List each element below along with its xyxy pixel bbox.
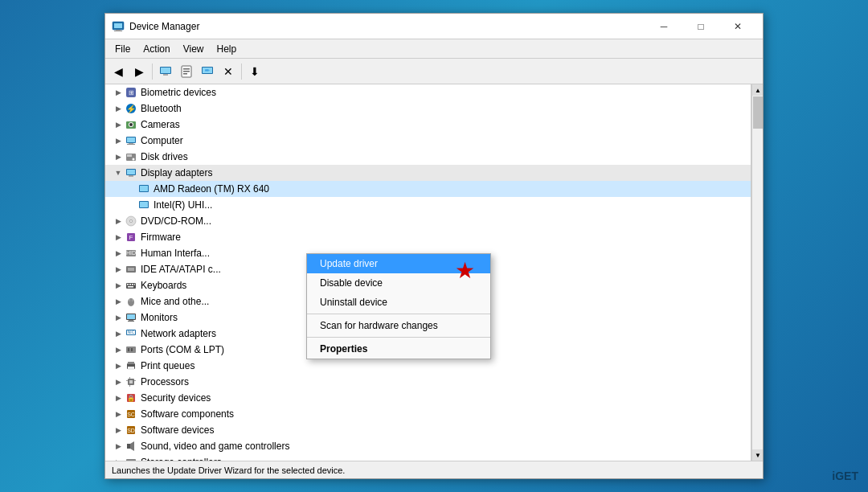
minimize-button[interactable]: ─ bbox=[645, 14, 682, 39]
expand-processors: ▶ bbox=[112, 375, 125, 388]
tree-item-disk[interactable]: ▶ Disk drives bbox=[105, 149, 751, 165]
watermark: iGET bbox=[832, 469, 858, 482]
context-menu: Update driver Disable device Uninstall d… bbox=[306, 253, 491, 359]
update-toolbar-btn[interactable]: ✏ bbox=[198, 62, 217, 81]
tree-item-software-dev[interactable]: ▶ SD Software devices bbox=[105, 422, 751, 438]
svg-rect-10 bbox=[183, 73, 187, 75]
scroll-down-arrow[interactable]: ▼ bbox=[752, 449, 763, 461]
svg-rect-43 bbox=[128, 268, 134, 271]
biometric-icon: ⊞ bbox=[125, 86, 137, 99]
svg-rect-48 bbox=[134, 284, 135, 285]
display-label: Display adapters bbox=[141, 167, 212, 178]
amd-icon bbox=[137, 182, 150, 195]
svg-rect-45 bbox=[127, 284, 129, 285]
close-button[interactable]: ✕ bbox=[719, 14, 756, 39]
tree-item-security[interactable]: ▶ 🔒 Security devices bbox=[105, 390, 751, 406]
tree-item-print[interactable]: ▶ Print queues bbox=[105, 358, 751, 374]
computer-label: Computer bbox=[141, 135, 183, 146]
ports-icon bbox=[125, 343, 137, 356]
svg-rect-55 bbox=[129, 320, 133, 321]
ctx-update-driver[interactable]: Update driver bbox=[307, 254, 490, 273]
expand-cameras: ▶ bbox=[112, 118, 125, 131]
remove-toolbar-btn[interactable]: ✕ bbox=[219, 62, 238, 81]
tree-item-firmware[interactable]: ▶ F Firmware bbox=[105, 229, 751, 245]
processors-icon bbox=[125, 375, 137, 388]
tree-item-bluetooth[interactable]: ▶ ⚡ Bluetooth bbox=[105, 100, 751, 117]
device-tree[interactable]: ▶ ⊞ Biometric devices ▶ ⚡ Bluetooth ▶ Ca… bbox=[105, 84, 751, 461]
svg-point-26 bbox=[133, 158, 135, 161]
status-text: Launches the Update Driver Wizard for th… bbox=[112, 465, 345, 475]
tree-item-software-comp[interactable]: ▶ SC Software components bbox=[105, 406, 751, 422]
svg-rect-47 bbox=[132, 284, 133, 285]
sound-label: Sound, video and game controllers bbox=[141, 441, 289, 452]
maximize-button[interactable]: □ bbox=[682, 14, 719, 39]
monitors-label: Monitors bbox=[141, 312, 178, 323]
app-icon bbox=[112, 20, 125, 33]
tree-item-cameras[interactable]: ▶ Cameras bbox=[105, 117, 751, 133]
svg-rect-49 bbox=[128, 286, 133, 288]
dvd-label: DVD/CD-ROM... bbox=[141, 215, 211, 227]
print-icon bbox=[125, 359, 137, 372]
expand-computer: ▶ bbox=[112, 134, 125, 147]
scroll-up-arrow[interactable]: ▲ bbox=[752, 84, 763, 96]
ctx-scan-hardware[interactable]: Scan for hardware changes bbox=[307, 316, 490, 335]
ctx-properties[interactable]: Properties bbox=[307, 339, 490, 359]
intel-icon bbox=[137, 199, 150, 211]
software-dev-icon: SD bbox=[125, 424, 137, 437]
svg-rect-9 bbox=[183, 71, 190, 72]
window-controls: ─ □ ✕ bbox=[645, 14, 756, 39]
toolbar: ◀ ▶ ✏ ✕ ⬇ bbox=[105, 59, 763, 84]
menu-action[interactable]: Action bbox=[137, 42, 176, 56]
expand-software-dev: ▶ bbox=[112, 424, 125, 437]
svg-point-37 bbox=[130, 220, 132, 222]
scan-toolbar-btn[interactable]: ⬇ bbox=[245, 62, 264, 81]
svg-text:✏: ✏ bbox=[205, 68, 210, 73]
expand-print: ▶ bbox=[112, 359, 125, 372]
ports-label: Ports (COM & LPT) bbox=[141, 344, 224, 355]
svg-rect-30 bbox=[129, 175, 133, 177]
tree-item-dvd[interactable]: ▶ DVD/CD-ROM... bbox=[105, 213, 751, 229]
computer-icon bbox=[125, 134, 137, 147]
svg-rect-34 bbox=[140, 202, 148, 207]
tree-item-intel[interactable]: ▶ Intel(R) UHI... bbox=[105, 197, 751, 213]
tree-item-computer[interactable]: ▶ Computer bbox=[105, 133, 751, 149]
print-label: Print queues bbox=[141, 360, 194, 371]
tree-item-amd[interactable]: ▶ AMD Radeon (TM) RX 640 bbox=[105, 181, 751, 197]
window-title: Device Manager bbox=[129, 21, 645, 32]
mice-icon bbox=[125, 295, 137, 308]
disk-icon bbox=[125, 150, 137, 163]
ctx-disable-device[interactable]: Disable device bbox=[307, 273, 490, 293]
tree-item-processors[interactable]: ▶ Processors bbox=[105, 374, 751, 390]
sound-icon bbox=[125, 440, 137, 453]
storage-icon bbox=[125, 456, 137, 461]
properties-toolbar-btn[interactable] bbox=[177, 62, 196, 81]
svg-rect-8 bbox=[183, 68, 190, 70]
scrollbar[interactable]: ▲ ▼ bbox=[751, 84, 763, 461]
back-button[interactable]: ◀ bbox=[108, 62, 128, 81]
tree-item-biometric[interactable]: ▶ ⊞ Biometric devices bbox=[105, 84, 751, 100]
expand-display: ▼ bbox=[112, 166, 125, 179]
expand-biometric: ▶ bbox=[112, 86, 125, 99]
expand-firmware: ▶ bbox=[112, 231, 125, 244]
menu-help[interactable]: Help bbox=[211, 42, 244, 56]
monitors-icon bbox=[125, 311, 137, 324]
svg-rect-80 bbox=[126, 459, 136, 461]
status-bar: Launches the Update Driver Wizard for th… bbox=[105, 461, 763, 478]
ctx-uninstall-device[interactable]: Uninstall device bbox=[307, 293, 490, 312]
tree-item-display[interactable]: ▼ Display adapters bbox=[105, 165, 751, 181]
svg-rect-24 bbox=[127, 144, 135, 145]
expand-monitors: ▶ bbox=[112, 311, 125, 324]
svg-text:SD: SD bbox=[127, 428, 135, 433]
firmware-label: Firmware bbox=[141, 232, 181, 243]
svg-rect-70 bbox=[129, 377, 130, 379]
expand-software-comp: ▶ bbox=[112, 408, 125, 420]
tree-item-storage[interactable]: ▶ Storage controllers bbox=[105, 454, 751, 461]
svg-rect-56 bbox=[128, 321, 134, 322]
forward-button[interactable]: ▶ bbox=[129, 62, 149, 81]
device-manager-toolbar-btn[interactable] bbox=[156, 62, 175, 81]
scrollbar-thumb[interactable] bbox=[753, 96, 763, 129]
menu-file[interactable]: File bbox=[108, 42, 137, 56]
tree-item-sound[interactable]: ▶ Sound, video and game controllers bbox=[105, 438, 751, 454]
keyboards-label: Keyboards bbox=[141, 280, 186, 291]
menu-view[interactable]: View bbox=[177, 42, 211, 56]
